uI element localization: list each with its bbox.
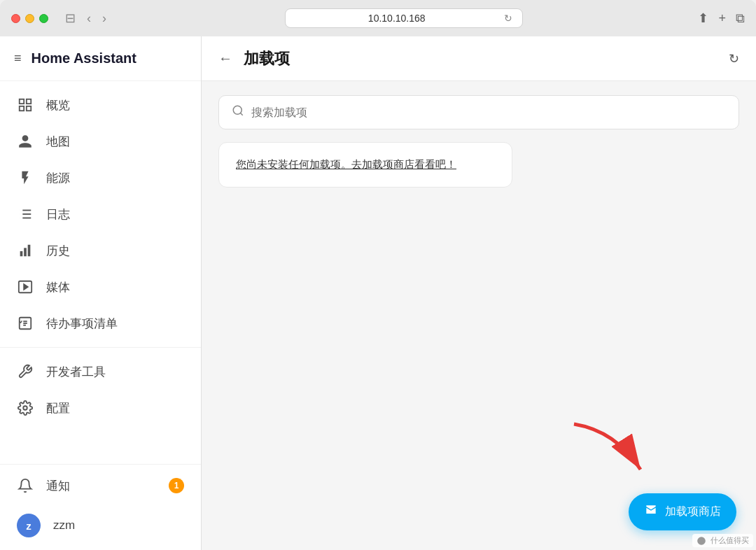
browser-chrome: ⊟ ‹ › 10.10.10.168 ↻ ⬆ + ⧉ bbox=[0, 0, 756, 36]
minimize-button[interactable] bbox=[25, 14, 34, 23]
sidebar-item-map[interactable]: 地图 bbox=[0, 123, 201, 160]
sidebar-item-history[interactable]: 历史 bbox=[0, 232, 201, 269]
sidebar-toggle-button[interactable]: ⊟ bbox=[62, 9, 78, 27]
svg-rect-11 bbox=[24, 248, 27, 256]
svg-line-21 bbox=[240, 113, 242, 115]
bar-chart-icon bbox=[17, 242, 34, 259]
page-title: 加载项 bbox=[244, 48, 718, 69]
sidebar-item-todo[interactable]: 待办事项清单 bbox=[0, 305, 201, 341]
play-icon bbox=[17, 278, 34, 295]
svg-rect-2 bbox=[20, 106, 24, 111]
media-label: 媒体 bbox=[46, 279, 70, 295]
nav-separator bbox=[0, 347, 201, 348]
svg-rect-0 bbox=[20, 99, 24, 104]
forward-nav-button[interactable]: › bbox=[99, 10, 109, 27]
svg-rect-10 bbox=[20, 251, 23, 256]
address-bar[interactable]: 10.10.10.168 ↻ bbox=[285, 8, 523, 28]
sidebar-item-config[interactable]: 配置 bbox=[0, 390, 201, 426]
search-input[interactable] bbox=[251, 106, 726, 119]
addon-store-button[interactable]: 加载项商店 bbox=[629, 493, 736, 530]
sidebar-title: Home Assistant bbox=[31, 50, 136, 66]
browser-titlebar: ⊟ ‹ › 10.10.10.168 ↻ ⬆ + ⧉ bbox=[0, 0, 756, 36]
browser-controls: ⊟ ‹ › bbox=[62, 9, 109, 27]
user-avatar: z bbox=[17, 514, 41, 537]
sidebar-item-energy[interactable]: 能源 bbox=[0, 160, 201, 196]
url-text: 10.10.10.168 bbox=[295, 13, 498, 24]
log-label: 日志 bbox=[46, 206, 70, 223]
watermark: 什么值得买 bbox=[692, 534, 753, 547]
sidebar-item-devtools[interactable]: 开发者工具 bbox=[0, 353, 201, 390]
sidebar-bottom: 通知 1 z zzm bbox=[0, 464, 201, 550]
bolt-icon bbox=[17, 169, 34, 186]
menu-toggle-icon[interactable]: ≡ bbox=[14, 51, 22, 66]
svg-point-19 bbox=[23, 406, 27, 410]
person-icon bbox=[17, 133, 34, 150]
close-button[interactable] bbox=[11, 14, 20, 23]
list-icon bbox=[17, 206, 34, 223]
sidebar-header: ≡ Home Assistant bbox=[0, 36, 201, 81]
notifications-label: 通知 bbox=[46, 478, 70, 494]
nav-items: 概览 地图 能源 bbox=[0, 81, 201, 464]
svg-rect-3 bbox=[27, 106, 31, 111]
search-icon bbox=[232, 104, 244, 120]
fab-label: 加载项商店 bbox=[665, 505, 721, 519]
arrow-annotation bbox=[560, 417, 658, 487]
store-icon bbox=[644, 503, 658, 521]
traffic-lights bbox=[11, 14, 48, 23]
watermark-text: 什么值得买 bbox=[696, 536, 749, 544]
svg-rect-12 bbox=[28, 245, 31, 257]
browser-actions: ⬆ + ⧉ bbox=[698, 10, 745, 26]
main-content: ← 加载项 ↻ 您尚未安装任何加载项。去加载项商店看看吧！ bbox=[202, 36, 756, 550]
todo-label: 待办事项清单 bbox=[46, 316, 118, 332]
fab-container: 加载项商店 bbox=[629, 493, 736, 530]
avatar-letter: z bbox=[26, 520, 31, 532]
page-header: ← 加载项 ↻ bbox=[202, 36, 756, 81]
user-name: zzm bbox=[53, 519, 75, 533]
bell-icon bbox=[17, 477, 34, 494]
svg-marker-14 bbox=[24, 284, 28, 289]
sidebar-item-media[interactable]: 媒体 bbox=[0, 269, 201, 305]
maximize-button[interactable] bbox=[39, 14, 48, 23]
map-label: 地图 bbox=[46, 134, 70, 150]
page-body: 您尚未安装任何加载项。去加载项商店看看吧！ bbox=[202, 81, 756, 550]
empty-state-link[interactable]: 您尚未安装任何加载项。去加载项商店看看吧！ bbox=[236, 158, 456, 170]
back-nav-button[interactable]: ‹ bbox=[84, 10, 94, 27]
checklist-icon bbox=[17, 315, 34, 332]
reload-button[interactable]: ↻ bbox=[504, 13, 512, 24]
sidebar-item-log[interactable]: 日志 bbox=[0, 196, 201, 232]
svg-point-23 bbox=[697, 537, 706, 545]
sidebar-item-overview[interactable]: 概览 bbox=[0, 87, 201, 123]
notification-badge: 1 bbox=[169, 478, 184, 493]
sidebar-item-notifications[interactable]: 通知 1 bbox=[0, 467, 201, 504]
share-button[interactable]: ⬆ bbox=[698, 10, 708, 26]
sidebar-item-user[interactable]: z zzm bbox=[0, 504, 201, 547]
app-container: ≡ Home Assistant 概览 地图 bbox=[0, 36, 756, 550]
address-bar-wrap: 10.10.10.168 ↻ bbox=[118, 8, 690, 28]
tabs-button[interactable]: ⧉ bbox=[736, 11, 745, 26]
devtools-label: 开发者工具 bbox=[46, 364, 106, 380]
back-button[interactable]: ← bbox=[218, 50, 232, 66]
svg-point-20 bbox=[233, 106, 241, 114]
grid-icon bbox=[17, 97, 34, 113]
new-tab-button[interactable]: + bbox=[718, 11, 726, 26]
sidebar: ≡ Home Assistant 概览 地图 bbox=[0, 36, 202, 550]
config-label: 配置 bbox=[46, 400, 70, 416]
gear-icon bbox=[17, 400, 34, 416]
wrench-icon bbox=[17, 363, 34, 380]
history-label: 历史 bbox=[46, 243, 70, 259]
search-bar[interactable] bbox=[218, 95, 739, 129]
empty-state-card: 您尚未安装任何加载项。去加载项商店看看吧！ bbox=[218, 142, 512, 188]
overview-label: 概览 bbox=[46, 97, 70, 113]
svg-rect-1 bbox=[27, 99, 31, 104]
refresh-button[interactable]: ↻ bbox=[729, 51, 739, 66]
energy-label: 能源 bbox=[46, 170, 70, 186]
